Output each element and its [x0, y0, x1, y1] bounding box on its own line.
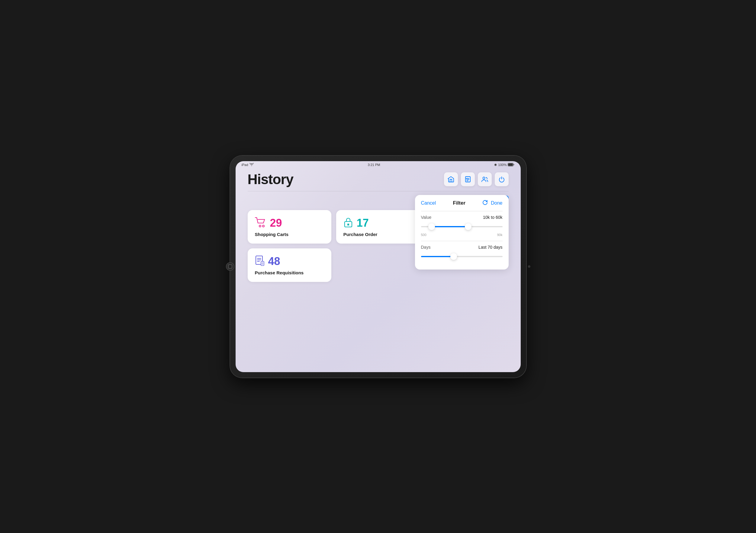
page-title: History [248, 171, 293, 188]
svg-point-11 [262, 225, 264, 227]
battery-percent: 100% [498, 163, 506, 166]
card-top-purchase-order: 17 [343, 217, 413, 229]
value-filter-row: Value 10k to 60k [421, 215, 502, 220]
svg-rect-19 [261, 261, 264, 266]
battery-icon [508, 163, 514, 167]
filter-actions: Done [482, 200, 502, 207]
value-max-label: 90k [497, 233, 502, 237]
value-slider-labels: 500 90k [421, 233, 502, 237]
days-filter-row: Days Last 70 days [421, 245, 502, 250]
value-range-label: 10k to 60k [483, 215, 502, 220]
value-label: Value [421, 215, 432, 220]
doc-icon [255, 255, 265, 267]
home-button[interactable] [226, 262, 234, 271]
side-button [528, 265, 530, 268]
power-nav-button[interactable] [495, 172, 509, 186]
shopping-carts-number: 29 [270, 217, 282, 229]
purchase-requisitions-card[interactable]: 48 Purchase Requisitions [248, 248, 331, 282]
cart-icon [255, 217, 266, 229]
header-icons [444, 172, 509, 186]
bluetooth-icon: ✱ [494, 163, 497, 167]
cards-grid: 29 Shopping Carts [248, 210, 509, 282]
ipad-screen: iPad 3:21 PM ✱ 100% [235, 161, 521, 372]
filter-divider-top [421, 211, 502, 211]
purchase-order-label: Purchase Order [343, 232, 413, 237]
value-slider-fill [433, 226, 468, 227]
card-top-requisitions: 48 [255, 255, 324, 268]
home-button-inner [228, 265, 232, 268]
status-left: iPad [242, 163, 254, 166]
svg-point-3 [483, 177, 485, 179]
wifi-icon [250, 163, 254, 166]
filter-panel-title: Filter [453, 200, 466, 206]
filter-done-button[interactable]: Done [491, 200, 502, 206]
value-slider-track [421, 226, 502, 227]
home-nav-button[interactable] [444, 172, 458, 186]
value-filter-section: Value 10k to 60k [421, 215, 502, 237]
cards-and-filter: 29 Shopping Carts [248, 210, 509, 282]
filter-panel: Cancel Filter Done [415, 195, 509, 269]
card-top-shopping: 29 [255, 217, 324, 229]
filter-divider-mid [421, 241, 502, 241]
svg-rect-2 [466, 177, 470, 182]
days-label: Days [421, 245, 431, 250]
svg-rect-1 [508, 163, 513, 166]
users-nav-button[interactable] [478, 172, 492, 186]
shopping-carts-label: Shopping Carts [255, 232, 324, 237]
tasks-nav-button[interactable] [461, 172, 475, 186]
purchase-requisitions-label: Purchase Requisitions [255, 270, 324, 275]
svg-point-10 [259, 225, 261, 227]
ipad-frame: iPad 3:21 PM ✱ 100% [230, 156, 526, 378]
value-slider-thumb-right[interactable] [465, 223, 472, 230]
purchase-order-card[interactable]: 17 Purchase Order [336, 210, 420, 243]
status-time: 3:21 PM [367, 163, 380, 166]
days-filter-section: Days Last 70 days [421, 245, 502, 261]
status-right: ✱ 100% [494, 163, 514, 167]
filter-refresh-button[interactable] [482, 200, 488, 207]
days-slider-track [421, 256, 502, 257]
shopping-carts-card[interactable]: 29 Shopping Carts [248, 210, 331, 243]
days-slider-fill [421, 256, 454, 257]
value-slider-container [421, 222, 502, 231]
main-content: History [235, 168, 521, 288]
value-min-label: 500 [421, 233, 426, 237]
lock-icon [343, 217, 353, 229]
days-slider-container [421, 252, 502, 261]
ipad-label: iPad [242, 163, 248, 166]
filter-panel-header: Cancel Filter Done [421, 200, 502, 207]
header-divider [248, 191, 509, 191]
days-slider-thumb[interactable] [450, 253, 457, 260]
value-slider-thumb-left[interactable] [428, 223, 435, 230]
purchase-requisitions-number: 48 [268, 255, 280, 268]
status-bar: iPad 3:21 PM ✱ 100% [235, 161, 521, 168]
purchase-order-number: 17 [357, 217, 369, 229]
days-range-label: Last 70 days [478, 245, 502, 250]
header: History [248, 171, 509, 188]
filter-cancel-button[interactable]: Cancel [421, 200, 436, 206]
